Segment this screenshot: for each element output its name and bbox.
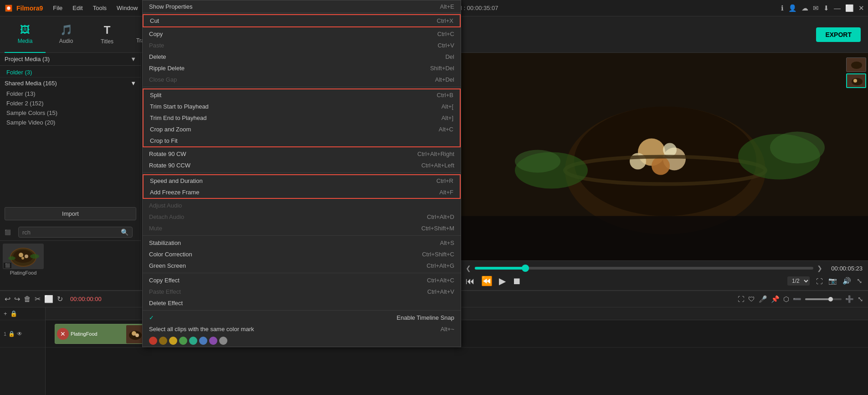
screenshot-icon[interactable]: 📷 [828,277,837,285]
cm-item-delete-effect[interactable]: Delete Effect [143,297,461,309]
panel-collapse-arrow[interactable]: ▼ [130,56,136,62]
cm-item-select-color[interactable]: Select all clips with the same color mar… [143,323,461,335]
folder-item-0[interactable]: Folder (3) [0,68,141,77]
cm-item-copy-effect[interactable]: Copy Effect Ctrl+Alt+C [143,275,461,286]
track-1-eye[interactable]: 👁 [17,331,22,337]
search-input[interactable] [22,229,121,236]
cm-item-mute[interactable]: Mute Ctrl+Shift+M [143,223,461,234]
undo-button[interactable]: ↩ [5,295,10,303]
seekbar-thumb[interactable] [522,265,529,272]
tl-icon-4[interactable]: 📌 [771,295,780,303]
add-track-icon[interactable]: + [4,310,7,317]
color-dot-blue[interactable] [199,337,207,345]
cm-item-copy[interactable]: Copy Ctrl+C [143,28,461,40]
cm-item-delete[interactable]: Delete Del [143,51,461,62]
shared-media-arrow[interactable]: ▼ [130,80,136,87]
tl-zoom-slider[interactable] [805,298,842,300]
import-button[interactable]: Import [5,207,136,220]
color-dot-red[interactable] [149,337,157,345]
preview-controls: ❮ ❯ 00:00:05:23 ⏮ ⏪ ▶ ⏹ 1/2 ⛶ [460,260,868,290]
close-icon[interactable]: ✕ [858,4,864,12]
tl-fit[interactable]: ⤡ [858,295,863,303]
cm-item-stabilization[interactable]: Stabilization Alt+S [143,237,461,249]
track-1-lock[interactable]: 🔒 [8,331,15,337]
cm-item-green-screen[interactable]: Green Screen Ctrl+Alt+G [143,260,461,271]
skip-back-button[interactable]: ⏮ [466,276,475,286]
cm-item-crop-fit[interactable]: Crop to Fit [144,135,460,146]
cm-item-speed[interactable]: Speed and Duration Ctrl+R [144,175,460,187]
info-icon[interactable]: ℹ [781,4,784,12]
playback-button[interactable]: ↻ [57,295,63,303]
cm-item-trim-start[interactable]: Trim Start to Playhead Alt+[ [144,101,460,112]
download-icon[interactable]: ⬇ [823,4,829,12]
tab-audio[interactable]: 🎵 Audio [46,16,87,53]
color-dot-gray[interactable] [219,337,227,345]
color-dot-brown[interactable] [159,337,167,345]
cm-item-detach-audio[interactable]: Detach Audio Ctrl+Alt+D [143,211,461,223]
account-icon[interactable]: 👤 [788,4,797,12]
svg-point-28 [852,78,863,85]
cm-item-freeze[interactable]: Add Freeze Frame Alt+F [144,187,460,198]
color-dot-yellow[interactable] [169,337,177,345]
stop-button[interactable]: ⏹ [512,276,521,286]
seek-end-bracket[interactable]: ❯ [817,265,822,272]
cm-item-trim-end[interactable]: Trim End to Playhead Alt+] [144,112,460,124]
cm-item-ripple-delete[interactable]: Ripple Delete Shift+Del [143,62,461,74]
cm-item-snap[interactable]: Enable Timeline Snap [143,312,461,323]
seekbar[interactable] [475,267,813,270]
color-dot-purple[interactable] [209,337,217,345]
export-button[interactable]: EXPORT [816,27,861,42]
fullscreen-icon[interactable]: ⛶ [816,277,823,285]
lock-icon[interactable]: 🔒 [10,310,17,317]
folder-item-2[interactable]: Folder 2 (152) [0,99,141,108]
menu-file[interactable]: File [48,3,67,13]
folder-item-3[interactable]: Sample Colors (15) [0,108,141,118]
cloud-icon[interactable]: ☁ [801,4,808,12]
tl-icon-3[interactable]: 🎤 [759,295,767,303]
thumb-strip-item-1[interactable] [846,57,866,72]
menu-tools[interactable]: Tools [88,3,111,13]
folder-item-1[interactable]: Folder (13) [0,89,141,99]
email-icon[interactable]: ✉ [813,4,819,12]
cm-item-adjust-audio[interactable]: Adjust Audio [143,200,461,211]
svg-point-8 [8,256,15,260]
tl-icon-2[interactable]: 🛡 [748,295,755,303]
tl-icon-5[interactable]: ⬡ [783,295,789,303]
media-thumb-image-food: ⬛ [3,244,44,269]
tl-zoom-out[interactable]: ➖ [793,295,801,303]
cm-divider-2 [143,172,461,173]
menu-edit[interactable]: Edit [68,3,87,13]
tab-titles[interactable]: T Titles [87,16,128,53]
media-thumb-platingfood[interactable]: ⬛ PlatingFood [3,244,44,275]
cut-clip-button[interactable]: ✂ [35,295,41,303]
folder-item-4[interactable]: Sample Video (20) [0,118,141,127]
redo-button[interactable]: ↪ [14,295,20,303]
seek-start-bracket[interactable]: ❮ [466,265,471,272]
crop-button[interactable]: ⬜ [44,295,53,303]
color-dot-teal[interactable] [189,337,197,345]
menu-window[interactable]: Window [112,3,142,13]
minimize-icon[interactable]: — [834,4,841,12]
color-dot-green[interactable] [179,337,187,345]
prev-frame-button[interactable]: ⏪ [481,275,493,286]
tab-media[interactable]: 🖼 Media [5,16,46,53]
cm-item-paste[interactable]: Paste Ctrl+V [143,40,461,51]
clip-platingfood[interactable]: ✕ PlatingFood [55,324,146,344]
expand-icon[interactable]: ⤡ [857,277,863,285]
volume-icon[interactable]: 🔊 [842,277,851,285]
thumb-strip-item-2[interactable] [846,73,866,88]
delete-button[interactable]: 🗑 [24,295,31,303]
cm-item-rotate-ccw[interactable]: Rotate 90 CCW Ctrl+Alt+Left [143,160,461,171]
maximize-icon[interactable]: ⬜ [845,4,854,12]
cm-item-paste-effect[interactable]: Paste Effect Ctrl+Alt+V [143,286,461,297]
tl-zoom-in[interactable]: ➕ [845,295,854,303]
play-button[interactable]: ▶ [499,275,506,286]
cm-item-cut[interactable]: Cut Ctrl+X [144,15,460,26]
cm-item-color-correction[interactable]: Color Correction Ctrl+Shift+C [143,249,461,260]
cm-item-rotate-cw[interactable]: Rotate 90 CW Ctrl+Alt+Right [143,148,461,160]
cm-item-crop-zoom[interactable]: Crop and Zoom Alt+C [144,124,460,135]
playback-speed-select[interactable]: 1/2 [787,276,810,286]
cm-item-close-gap[interactable]: Close Gap Alt+Del [143,74,461,85]
tl-icon-1[interactable]: ⛶ [738,295,745,303]
cm-item-split[interactable]: Split Ctrl+B [144,89,460,101]
